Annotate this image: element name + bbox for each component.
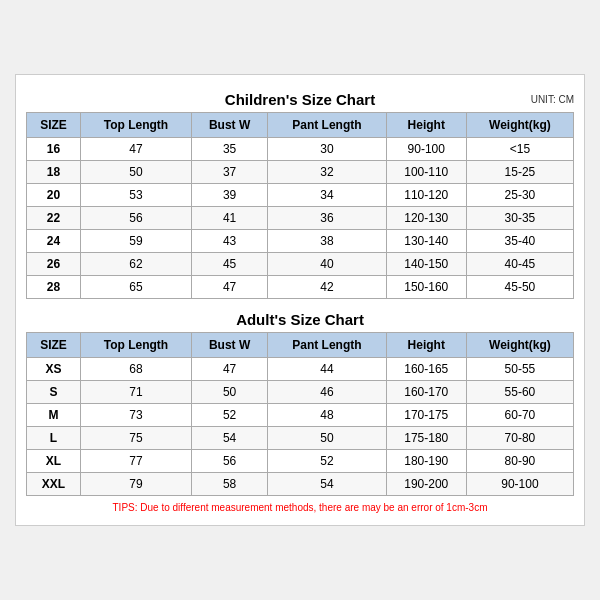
children-section-title: Children's Size Chart UNIT: CM: [26, 85, 574, 112]
table-cell: 45: [192, 253, 268, 276]
tips-text: TIPS: Due to different measurement metho…: [26, 496, 574, 515]
col-header-size: SIZE: [27, 113, 81, 138]
table-cell: XXL: [27, 473, 81, 496]
table-cell: 36: [268, 207, 386, 230]
table-row: 22564136120-13030-35: [27, 207, 574, 230]
table-cell: 170-175: [386, 404, 466, 427]
table-cell: 40-45: [466, 253, 573, 276]
table-cell: 110-120: [386, 184, 466, 207]
table-cell: 50: [192, 381, 268, 404]
table-cell: 140-150: [386, 253, 466, 276]
table-cell: 18: [27, 161, 81, 184]
adult-header-row: SIZE Top Length Bust W Pant Length Heigh…: [27, 333, 574, 358]
table-cell: 38: [268, 230, 386, 253]
table-row: XS684744160-16550-55: [27, 358, 574, 381]
table-row: 1647353090-100<15: [27, 138, 574, 161]
table-cell: 25-30: [466, 184, 573, 207]
table-cell: 120-130: [386, 207, 466, 230]
table-cell: 53: [80, 184, 191, 207]
children-header-row: SIZE Top Length Bust W Pant Length Heigh…: [27, 113, 574, 138]
table-row: XL775652180-19080-90: [27, 450, 574, 473]
table-cell: S: [27, 381, 81, 404]
col-header-bust-w: Bust W: [192, 113, 268, 138]
table-cell: 32: [268, 161, 386, 184]
table-cell: 41: [192, 207, 268, 230]
table-cell: 15-25: [466, 161, 573, 184]
table-cell: 50-55: [466, 358, 573, 381]
table-cell: 90-100: [466, 473, 573, 496]
children-title-text: Children's Size Chart: [225, 91, 375, 108]
table-row: L755450175-18070-80: [27, 427, 574, 450]
table-cell: M: [27, 404, 81, 427]
table-cell: 62: [80, 253, 191, 276]
table-cell: 56: [192, 450, 268, 473]
children-table: SIZE Top Length Bust W Pant Length Heigh…: [26, 112, 574, 299]
table-row: M735248170-17560-70: [27, 404, 574, 427]
table-cell: L: [27, 427, 81, 450]
adult-col-header-height: Height: [386, 333, 466, 358]
col-header-top-length: Top Length: [80, 113, 191, 138]
table-cell: 54: [268, 473, 386, 496]
size-chart-card: Children's Size Chart UNIT: CM SIZE Top …: [15, 74, 585, 526]
table-cell: 43: [192, 230, 268, 253]
table-cell: 30: [268, 138, 386, 161]
table-cell: 79: [80, 473, 191, 496]
table-cell: 30-35: [466, 207, 573, 230]
table-cell: 35-40: [466, 230, 573, 253]
table-cell: 47: [192, 276, 268, 299]
table-cell: 28: [27, 276, 81, 299]
table-cell: XL: [27, 450, 81, 473]
table-row: XXL795854190-20090-100: [27, 473, 574, 496]
adult-table: SIZE Top Length Bust W Pant Length Heigh…: [26, 332, 574, 496]
adult-col-header-top-length: Top Length: [80, 333, 191, 358]
table-cell: 70-80: [466, 427, 573, 450]
table-cell: 16: [27, 138, 81, 161]
table-cell: 180-190: [386, 450, 466, 473]
table-cell: 58: [192, 473, 268, 496]
table-cell: 77: [80, 450, 191, 473]
table-row: 18503732100-11015-25: [27, 161, 574, 184]
table-row: 28654742150-16045-50: [27, 276, 574, 299]
table-cell: XS: [27, 358, 81, 381]
table-row: 26624540140-15040-45: [27, 253, 574, 276]
table-cell: 24: [27, 230, 81, 253]
table-cell: 100-110: [386, 161, 466, 184]
table-cell: 71: [80, 381, 191, 404]
adult-col-header-weight: Weight(kg): [466, 333, 573, 358]
table-cell: 47: [192, 358, 268, 381]
table-cell: 52: [192, 404, 268, 427]
col-header-weight: Weight(kg): [466, 113, 573, 138]
table-cell: 48: [268, 404, 386, 427]
table-cell: 52: [268, 450, 386, 473]
adult-section-title: Adult's Size Chart: [26, 305, 574, 332]
table-cell: 26: [27, 253, 81, 276]
table-row: 20533934110-12025-30: [27, 184, 574, 207]
table-cell: 39: [192, 184, 268, 207]
table-cell: 34: [268, 184, 386, 207]
table-cell: <15: [466, 138, 573, 161]
table-cell: 60-70: [466, 404, 573, 427]
table-cell: 160-170: [386, 381, 466, 404]
table-row: S715046160-17055-60: [27, 381, 574, 404]
col-header-height: Height: [386, 113, 466, 138]
table-cell: 75: [80, 427, 191, 450]
unit-label: UNIT: CM: [531, 93, 574, 104]
table-cell: 150-160: [386, 276, 466, 299]
table-row: 24594338130-14035-40: [27, 230, 574, 253]
table-cell: 37: [192, 161, 268, 184]
adult-col-header-pant-length: Pant Length: [268, 333, 386, 358]
table-cell: 68: [80, 358, 191, 381]
adult-col-header-bust-w: Bust W: [192, 333, 268, 358]
table-cell: 65: [80, 276, 191, 299]
table-cell: 175-180: [386, 427, 466, 450]
table-cell: 55-60: [466, 381, 573, 404]
table-cell: 90-100: [386, 138, 466, 161]
adult-title-text: Adult's Size Chart: [236, 311, 364, 328]
table-cell: 73: [80, 404, 191, 427]
table-cell: 35: [192, 138, 268, 161]
table-cell: 190-200: [386, 473, 466, 496]
adult-col-header-size: SIZE: [27, 333, 81, 358]
table-cell: 50: [80, 161, 191, 184]
table-cell: 45-50: [466, 276, 573, 299]
table-cell: 59: [80, 230, 191, 253]
